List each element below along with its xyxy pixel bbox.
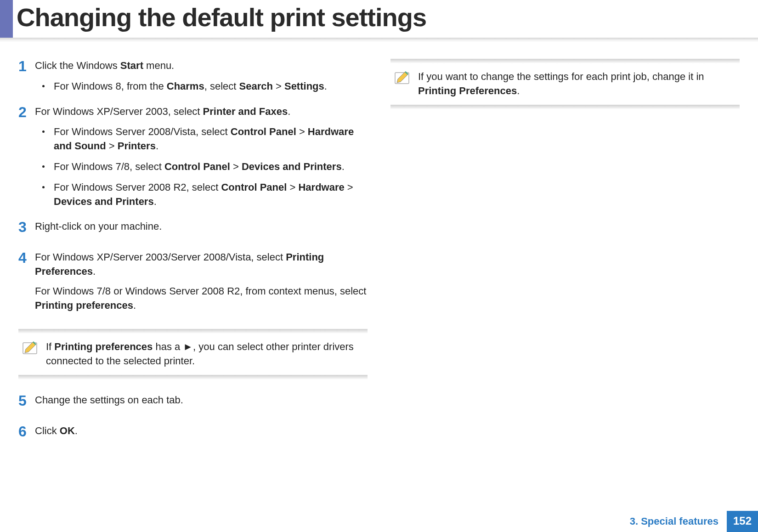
bullet-dot-icon [42, 130, 45, 133]
text-fragment: . [93, 266, 96, 277]
note-box: If you want to change the settings for e… [390, 59, 740, 109]
text-fragment: Click [35, 425, 60, 436]
text-fragment: Click the Windows [35, 60, 120, 71]
text-fragment: > [106, 140, 118, 152]
step-number: 6 [18, 421, 35, 442]
text-fragment: . [324, 80, 327, 92]
text-fragment: If you want to change the settings for e… [418, 71, 704, 82]
text-fragment: . [133, 300, 136, 311]
text-fragment: If [46, 341, 54, 352]
text-bold: Printer and Faxes [203, 106, 288, 117]
text-bold: Printers [118, 140, 156, 152]
text-bold: Control Panel [164, 161, 230, 172]
text-fragment: For Windows 8, from the [54, 80, 167, 92]
text-bold: Search [239, 80, 272, 92]
step-text: For Windows XP/Server 2003, select Print… [35, 105, 368, 119]
text-fragment: . [156, 140, 158, 152]
text-bold: Devices and Printers [242, 161, 342, 172]
content-columns: 1 Click the Windows Start menu. For Wind… [0, 45, 758, 455]
text-fragment: > [296, 126, 308, 137]
bullet-dot-icon [42, 85, 45, 87]
text-bold: Start [120, 60, 143, 71]
step-4: 4 For Windows XP/Server 2003/Server 2008… [18, 250, 368, 318]
text-fragment: . [517, 85, 520, 96]
header-accent-bar [0, 0, 13, 38]
text-bold: Hardware [298, 181, 344, 193]
text-fragment: For Windows Server 2008 R2, select [54, 181, 221, 193]
step-3: 3 Right-click on your machine. [18, 220, 368, 239]
left-column: 1 Click the Windows Start menu. For Wind… [18, 59, 368, 455]
text-fragment: For Windows XP/Server 2003, select [35, 106, 203, 117]
text-bold: Devices and Printers [54, 196, 154, 207]
step-number: 5 [18, 391, 35, 411]
text-fragment: > [287, 181, 298, 193]
text-bold: Printing Preferences [418, 85, 517, 96]
text-fragment: menu. [143, 60, 174, 71]
sub-bullet: For Windows Server 2008 R2, select Contr… [42, 181, 368, 209]
step-text: Change the settings on each tab. [35, 393, 368, 407]
text-bold: Control Panel [231, 126, 296, 137]
right-column: If you want to change the settings for e… [390, 59, 740, 455]
note-bottom-bar [390, 105, 740, 109]
text-fragment: , select [204, 80, 239, 92]
bullet-dot-icon [42, 186, 45, 188]
text-fragment: > [230, 161, 242, 172]
note-content: If Printing preferences has a ►, you can… [18, 334, 368, 375]
text-bold: Control Panel [221, 181, 287, 193]
page-footer: 3. Special features 152 [622, 511, 758, 532]
note-box: If Printing preferences has a ►, you can… [18, 329, 368, 379]
text-fragment: For Windows 7/8, select [54, 161, 164, 172]
sub-bullet: For Windows 8, from the Charms, select S… [42, 79, 368, 94]
step-number: 2 [18, 102, 35, 123]
text-bold: Printing preferences [35, 300, 133, 311]
note-top-bar [18, 329, 368, 334]
bullet-text: For Windows Server 2008/Vista, select Co… [54, 125, 368, 153]
header-divider [0, 38, 758, 42]
footer-chapter: 3. Special features [622, 511, 727, 532]
text-bold: Printing preferences [54, 341, 153, 352]
step-number: 3 [18, 217, 35, 238]
step-number: 4 [18, 248, 35, 268]
page-header: Changing the default print settings [0, 0, 758, 45]
step-5: 5 Change the settings on each tab. [18, 393, 368, 413]
bullet-text: For Windows 7/8, select Control Panel > … [54, 160, 368, 174]
note-pencil-icon [22, 340, 40, 356]
text-fragment: . [288, 106, 290, 117]
sub-bullet: For Windows Server 2008/Vista, select Co… [42, 125, 368, 153]
step-text: For Windows XP/Server 2003/Server 2008/V… [35, 250, 368, 279]
text-bold: OK [60, 425, 75, 436]
step-body: For Windows XP/Server 2003, select Print… [35, 105, 368, 209]
note-text: If you want to change the settings for e… [418, 70, 736, 98]
footer-page-number: 152 [727, 511, 758, 532]
step-2: 2 For Windows XP/Server 2003, select Pri… [18, 105, 368, 209]
step-6: 6 Click OK. [18, 424, 368, 444]
text-fragment: For Windows XP/Server 2003/Server 2008/V… [35, 251, 286, 263]
text-fragment: . [154, 196, 157, 207]
note-top-bar [390, 59, 740, 63]
step-text: Click the Windows Start menu. [35, 59, 368, 73]
note-bottom-bar [18, 375, 368, 379]
step-1: 1 Click the Windows Start menu. For Wind… [18, 59, 368, 94]
text-fragment: > [273, 80, 284, 92]
step-body: Right-click on your machine. [35, 220, 368, 239]
sub-bullet: For Windows 7/8, select Control Panel > … [42, 160, 368, 174]
bullet-text: For Windows 8, from the Charms, select S… [54, 79, 368, 94]
step-number: 1 [18, 56, 35, 77]
step-text: Click OK. [35, 424, 368, 438]
text-fragment: > [345, 181, 353, 193]
text-fragment: . [75, 425, 78, 436]
step-text: Right-click on your machine. [35, 220, 368, 234]
note-pencil-icon [394, 70, 412, 85]
page-title: Changing the default print settings [17, 2, 426, 32]
step-body: Click OK. [35, 424, 368, 444]
bullet-text: For Windows Server 2008 R2, select Contr… [54, 181, 368, 209]
text-fragment: For Windows 7/8 or Windows Server 2008 R… [35, 285, 366, 297]
note-text: If Printing preferences has a ►, you can… [46, 340, 364, 368]
step-body: Change the settings on each tab. [35, 393, 368, 413]
step-text: For Windows 7/8 or Windows Server 2008 R… [35, 284, 368, 313]
note-content: If you want to change the settings for e… [390, 63, 740, 105]
text-fragment: For Windows Server 2008/Vista, select [54, 126, 231, 137]
step-body: For Windows XP/Server 2003/Server 2008/V… [35, 250, 368, 318]
text-fragment: . [342, 161, 345, 172]
step-body: Click the Windows Start menu. For Window… [35, 59, 368, 94]
